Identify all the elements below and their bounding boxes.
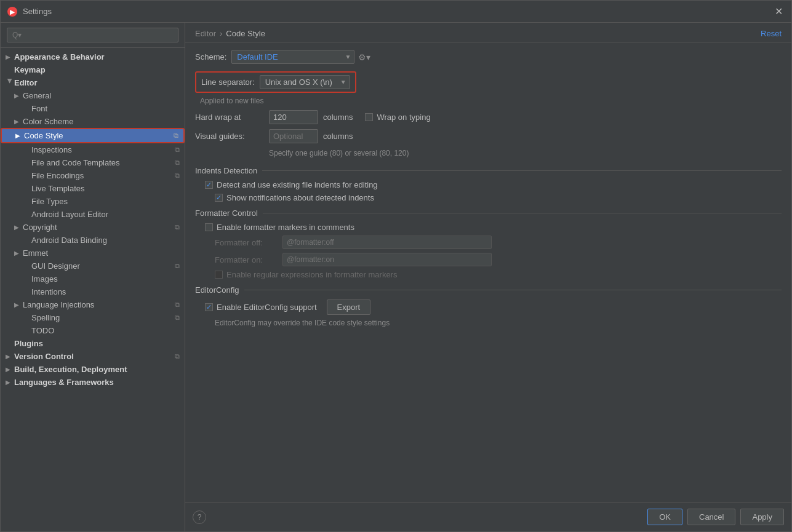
chevron-icon: ▶ xyxy=(14,224,23,231)
sidebar-item-gui-designer[interactable]: GUI Designer ⧉ xyxy=(1,260,185,272)
sidebar-item-label: Font xyxy=(31,104,47,113)
scheme-select[interactable]: Default IDE Project Default xyxy=(231,50,354,64)
sidebar-item-file-code-templates[interactable]: File and Code Templates ⧉ xyxy=(1,156,185,169)
settings-window: ▶ Settings ✕ ▶ Appearance & Behavior Key… xyxy=(0,0,792,532)
sidebar-item-font[interactable]: Font xyxy=(1,102,185,115)
ok-button[interactable]: OK xyxy=(647,509,682,525)
wrap-on-typing-label: Wrap on typing xyxy=(377,113,430,122)
checkmark-icon: ✓ xyxy=(216,194,222,202)
window-title: Settings xyxy=(23,7,772,16)
sidebar-item-intentions[interactable]: Intentions xyxy=(1,285,185,298)
sidebar-item-label: Live Templates xyxy=(31,184,84,193)
main-content: Scheme: Default IDE Project Default ▼ ⚙▾… xyxy=(185,42,791,502)
sidebar-item-version-control[interactable]: ▶ Version Control ⧉ xyxy=(1,350,185,363)
chevron-icon: ▶ xyxy=(6,379,14,386)
sidebar-item-label: Emmet xyxy=(23,248,48,258)
sidebar-item-label: Spelling xyxy=(31,313,60,322)
cancel-button[interactable]: Cancel xyxy=(687,509,735,525)
visual-guides-label: Visual guides: xyxy=(195,132,269,141)
sidebar-item-label: Copyright xyxy=(23,223,57,232)
sidebar-item-label: TODO xyxy=(31,326,54,335)
chevron-icon: ▶ xyxy=(7,79,14,87)
sidebar-item-emmet[interactable]: ▶ Emmet xyxy=(1,247,185,260)
visual-guides-input[interactable] xyxy=(269,129,318,143)
export-button[interactable]: Export xyxy=(327,300,371,315)
indents-section-title: Indents Detection xyxy=(195,166,257,175)
indents-section-content: ✓ Detect and use existing file indents f… xyxy=(195,180,782,202)
sidebar-item-lang-frameworks[interactable]: ▶ Languages & Frameworks xyxy=(1,376,185,389)
sidebar-item-plugins[interactable]: Plugins xyxy=(1,337,185,350)
sidebar-item-general[interactable]: ▶ General xyxy=(1,89,185,102)
regex-formatter-checkbox[interactable] xyxy=(215,271,223,279)
copy-icon: ⧉ xyxy=(174,132,178,140)
formatter-section-title: Formatter Control xyxy=(195,208,258,218)
title-bar: ▶ Settings ✕ xyxy=(1,1,791,23)
visual-guides-unit: columns xyxy=(323,132,353,141)
help-icon: ? xyxy=(198,513,202,522)
help-button[interactable]: ? xyxy=(193,510,206,524)
applied-note: Applied to new files xyxy=(200,97,782,105)
scheme-select-wrap: Default IDE Project Default ▼ xyxy=(231,50,354,64)
gear-button[interactable]: ⚙▾ xyxy=(354,51,374,63)
sidebar-item-label: Intentions xyxy=(31,287,66,296)
sidebar-item-todo[interactable]: TODO xyxy=(1,324,185,337)
sidebar-item-label: GUI Designer xyxy=(31,261,80,271)
sidebar-item-file-encodings[interactable]: File Encodings ⧉ xyxy=(1,169,185,182)
line-sep-select-wrap: Unix and OS X (\n) Windows (\r\n) Classi… xyxy=(260,75,350,89)
wrap-on-typing-checkbox[interactable] xyxy=(365,113,373,121)
sidebar-item-images[interactable]: Images xyxy=(1,272,185,285)
sidebar-item-keymap[interactable]: Keymap xyxy=(1,63,185,76)
line-separator-container: Line separator: Unix and OS X (\n) Windo… xyxy=(195,71,782,95)
enable-formatter-label: Enable formatter markers in comments xyxy=(217,223,354,232)
visual-guides-hint: Specify one guide (80) or several (80, 1… xyxy=(269,148,782,157)
sidebar-item-color-scheme[interactable]: ▶ Color Scheme xyxy=(1,115,185,128)
sidebar-item-label: Android Layout Editor xyxy=(31,210,108,219)
content-area: ▶ Appearance & Behavior Keymap ▶ Editor … xyxy=(1,23,791,531)
chevron-icon: ▶ xyxy=(6,54,14,60)
detect-indents-checkbox[interactable]: ✓ xyxy=(205,181,213,189)
detect-indents-label: Detect and use existing file indents for… xyxy=(217,180,378,189)
sidebar-item-code-style[interactable]: ▶ Code Style ⧉ xyxy=(1,128,185,143)
sidebar-item-file-types[interactable]: File Types xyxy=(1,195,185,208)
breadcrumb-parent: Editor xyxy=(195,29,216,38)
visual-guides-row: Visual guides: columns xyxy=(195,129,782,143)
formatter-on-label: Formatter on: xyxy=(215,255,282,264)
show-notifications-checkbox[interactable]: ✓ xyxy=(215,194,223,202)
breadcrumb-current: Code Style xyxy=(226,29,265,38)
sidebar-item-inspections[interactable]: Inspections ⧉ xyxy=(1,143,185,156)
chevron-icon: ▶ xyxy=(6,366,14,373)
sidebar-item-android-data[interactable]: Android Data Binding xyxy=(1,234,185,247)
hard-wrap-input[interactable] xyxy=(269,110,318,124)
sidebar-item-copyright[interactable]: ▶ Copyright ⧉ xyxy=(1,221,185,234)
section-divider xyxy=(262,170,782,171)
copy-icon: ⧉ xyxy=(175,223,180,231)
sidebar-item-spelling[interactable]: Spelling ⧉ xyxy=(1,311,185,324)
breadcrumb: Editor › Code Style xyxy=(195,29,265,38)
formatter-section-content: Enable formatter markers in comments For… xyxy=(195,223,782,279)
chevron-icon: ▶ xyxy=(14,118,23,125)
editor-config-section-title: EditorConfig xyxy=(195,285,239,295)
reset-button[interactable]: Reset xyxy=(761,29,782,38)
sidebar-item-label: Color Scheme xyxy=(23,117,73,126)
line-separator-select[interactable]: Unix and OS X (\n) Windows (\r\n) Classi… xyxy=(260,75,350,89)
sidebar-item-android-layout[interactable]: Android Layout Editor xyxy=(1,208,185,221)
search-input[interactable] xyxy=(7,28,178,42)
formatter-on-input[interactable] xyxy=(282,253,492,266)
enable-formatter-checkbox[interactable] xyxy=(205,223,213,231)
hard-wrap-row: Hard wrap at columns Wrap on typing xyxy=(195,110,782,124)
copy-icon: ⧉ xyxy=(175,301,180,309)
sidebar-item-label: Language Injections xyxy=(23,300,94,309)
close-button[interactable]: ✕ xyxy=(772,6,785,17)
apply-button[interactable]: Apply xyxy=(740,509,784,525)
sidebar-item-appearance[interactable]: ▶ Appearance & Behavior xyxy=(1,50,185,63)
sidebar-item-lang-injections[interactable]: ▶ Language Injections ⧉ xyxy=(1,298,185,311)
enable-editorconfig-checkbox[interactable]: ✓ xyxy=(205,303,213,311)
sidebar-item-label: File Encodings xyxy=(31,171,84,180)
sidebar-item-live-templates[interactable]: Live Templates xyxy=(1,182,185,195)
formatter-off-input[interactable] xyxy=(282,236,492,249)
sidebar-item-build-exec[interactable]: ▶ Build, Execution, Deployment xyxy=(1,363,185,376)
sidebar-item-editor[interactable]: ▶ Editor xyxy=(1,76,185,89)
section-divider xyxy=(263,213,782,213)
search-box xyxy=(1,23,185,48)
main-panel: Editor › Code Style Reset Scheme: Defaul… xyxy=(185,23,791,531)
